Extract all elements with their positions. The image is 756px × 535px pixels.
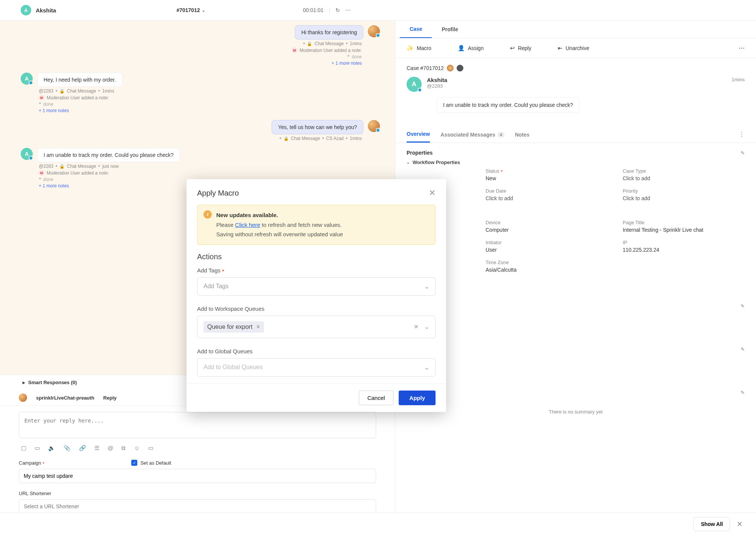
edit-icon[interactable]: ✎ xyxy=(741,347,745,352)
priority-label: Priority xyxy=(623,188,745,194)
assign-button[interactable]: 👤Assign xyxy=(458,45,484,52)
set-default-checkbox[interactable]: ✓ xyxy=(131,460,137,466)
workflow-properties-toggle[interactable]: ⌄ Workflow Properties xyxy=(407,160,745,165)
status-value[interactable]: New xyxy=(486,175,608,181)
case-number-text: #7017012 xyxy=(176,7,200,13)
note-quote: done xyxy=(352,54,362,59)
unarchive-icon: ⇤ xyxy=(558,45,563,52)
pagetitle-label: Page Title xyxy=(623,220,745,225)
channel-tab[interactable]: sprinklrLiveChat-preauth xyxy=(36,395,94,401)
tab-overview[interactable]: Overview xyxy=(407,126,430,143)
more-notes-link[interactable]: + 1 more notes xyxy=(39,108,69,113)
macro-button[interactable]: ✨Macro xyxy=(407,45,431,52)
bullet: • xyxy=(98,88,100,94)
note-quote: done xyxy=(43,177,53,182)
meta-type: Chat Message xyxy=(67,88,96,94)
edit-icon[interactable]: ✎ xyxy=(741,390,745,395)
template-icon[interactable]: ⧉ xyxy=(121,445,126,451)
audio-icon[interactable]: 🔈 xyxy=(48,445,55,451)
lock-icon: 🔒 xyxy=(59,164,65,169)
agent-avatar[interactable] xyxy=(368,25,380,37)
participant-avatar[interactable] xyxy=(447,65,454,71)
url-shortener-select[interactable] xyxy=(19,499,376,514)
show-all-button[interactable]: Show All xyxy=(694,517,730,531)
moderation-note-label: Moderation User added a note: xyxy=(47,95,109,100)
agent-avatar[interactable] xyxy=(368,120,380,132)
bullet: • xyxy=(346,41,348,46)
close-icon[interactable]: ✕ xyxy=(429,188,436,198)
more-notes-link[interactable]: + 1 more notes xyxy=(39,183,69,188)
chip-remove-icon[interactable]: ✕ xyxy=(256,324,260,330)
queue-chip: Queue for export ✕ xyxy=(203,321,264,333)
unarchive-button[interactable]: ⇤Unarchive xyxy=(558,45,589,52)
chevron-down-icon: ⌄ xyxy=(407,160,410,164)
case-number-dropdown[interactable]: #7017012 ⌄ xyxy=(176,7,205,13)
canned-icon[interactable]: ▭ xyxy=(148,445,153,451)
workflow-properties-label: Workflow Properties xyxy=(413,160,460,165)
alert-text: Please xyxy=(216,222,235,228)
casetype-value[interactable]: Click to add xyxy=(623,175,745,181)
more-actions-icon[interactable]: ⋯ xyxy=(739,44,745,52)
bullet: • xyxy=(56,88,57,94)
moderation-note-label: Moderation User added a note: xyxy=(47,170,109,176)
meta-type: Chat Message xyxy=(314,41,343,46)
tabs-more-icon[interactable]: ⋮ xyxy=(739,126,745,143)
more-icon[interactable]: ⋯ xyxy=(345,7,351,13)
duedate-value[interactable]: Click to add xyxy=(486,195,608,201)
attachment-icon[interactable]: 📎 xyxy=(64,445,71,451)
lock-icon: 🔒 xyxy=(59,89,65,94)
moderation-icon: M xyxy=(292,47,298,53)
image-icon[interactable]: ▢ xyxy=(21,445,26,451)
refresh-icon[interactable]: ↻ xyxy=(335,7,340,13)
clear-icon[interactable]: ✕ xyxy=(414,323,419,330)
reply-input[interactable] xyxy=(19,412,376,438)
more-notes-link[interactable]: + 1 more notes xyxy=(332,61,362,66)
user-name-label: Akshita xyxy=(36,7,56,14)
ip-label: IP xyxy=(623,240,745,245)
reply-tab[interactable]: Reply xyxy=(103,395,117,401)
lock-icon: 🔒 xyxy=(307,41,312,46)
meta-time: just now xyxy=(102,164,119,169)
tab-case[interactable]: Case xyxy=(400,21,432,38)
reply-button[interactable]: ↩Reply xyxy=(510,45,531,52)
close-icon[interactable]: ✕ xyxy=(737,520,742,528)
moderation-icon: M xyxy=(39,170,44,176)
chevron-down-icon: ⌄ xyxy=(424,364,429,371)
user-avatar[interactable]: A xyxy=(21,5,31,15)
meta-time: 1mins xyxy=(102,88,114,94)
refresh-link[interactable]: Click here xyxy=(235,222,260,228)
tab-notes[interactable]: Notes xyxy=(515,127,530,142)
global-queues-select[interactable]: Add to Global Queues ⌄ xyxy=(197,358,436,377)
customer-handle: @2283 xyxy=(427,83,447,89)
add-tags-select[interactable]: Add Tags ⌄ xyxy=(197,277,436,296)
customer-avatar-large[interactable]: A xyxy=(407,77,422,92)
customer-avatar[interactable]: A xyxy=(21,73,33,85)
bullet: • xyxy=(303,41,305,46)
participant-avatar[interactable] xyxy=(457,65,463,71)
add-tags-placeholder: Add Tags xyxy=(203,283,228,290)
custom-properties-toggle[interactable]: om Properties xyxy=(407,211,745,217)
priority-value[interactable]: Click to add xyxy=(623,195,745,201)
required-star-icon: • xyxy=(222,267,224,274)
bullet: • xyxy=(56,164,57,169)
channel-avatar xyxy=(19,394,27,402)
at-icon[interactable]: @ xyxy=(108,445,113,451)
edit-icon[interactable]: ✎ xyxy=(741,303,745,309)
edit-icon[interactable]: ✎ xyxy=(741,150,745,156)
tab-associated-messages[interactable]: Associated Messages 4 xyxy=(440,127,504,142)
cancel-button[interactable]: Cancel xyxy=(359,391,394,405)
workspace-queues-select[interactable]: Queue for export ✕ ✕ ⌄ xyxy=(197,316,436,338)
tab-profile[interactable]: Profile xyxy=(432,21,468,38)
form-icon[interactable]: ☰ xyxy=(94,445,99,451)
customer-avatar[interactable]: A xyxy=(21,148,33,160)
video-icon[interactable]: ▭ xyxy=(35,445,40,451)
emoji-icon[interactable]: ☺ xyxy=(134,445,140,451)
update-alert: i New updates available. Please Click he… xyxy=(197,205,436,245)
alert-text: Saving without refresh will overwrite up… xyxy=(216,230,343,239)
duedate-label: Due Date xyxy=(486,188,608,194)
chevron-down-icon: ⌄ xyxy=(202,8,205,12)
campaign-input[interactable] xyxy=(19,469,376,483)
link-icon[interactable]: 🔗 xyxy=(79,445,86,451)
apply-button[interactable]: Apply xyxy=(399,391,436,405)
moderation-note-label: Moderation User added a note: xyxy=(300,48,362,53)
